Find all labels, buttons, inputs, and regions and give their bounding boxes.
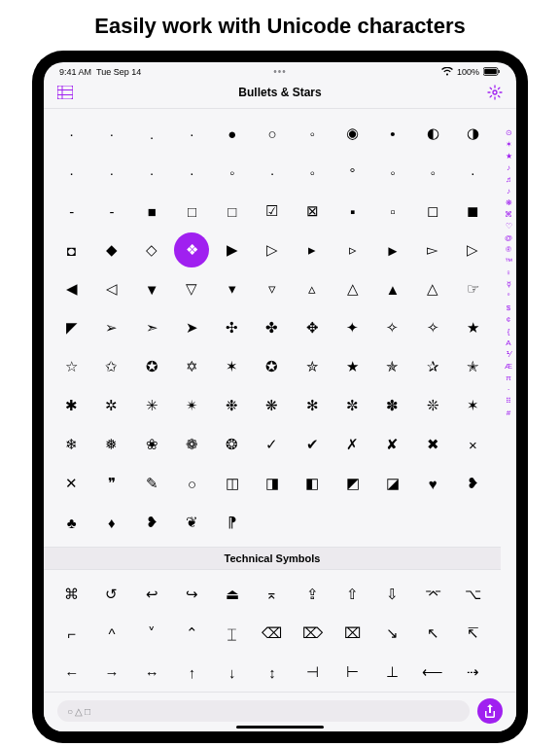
- char-cell[interactable]: ·: [252, 154, 292, 191]
- char-cell[interactable]: ·: [172, 115, 212, 152]
- char-cell[interactable]: ✧: [372, 309, 412, 346]
- char-cell[interactable]: ◦: [293, 154, 332, 191]
- char-cell[interactable]: ⇩: [372, 576, 412, 613]
- index-item[interactable]: ¢: [507, 315, 510, 325]
- char-cell[interactable]: ⇧: [332, 576, 372, 613]
- char-cell[interactable]: ⌅: [252, 576, 292, 613]
- char-cell[interactable]: [252, 504, 292, 541]
- char-cell[interactable]: ⌃: [172, 615, 212, 652]
- char-cell[interactable]: [332, 504, 372, 541]
- char-cell[interactable]: →: [91, 654, 131, 691]
- char-cell[interactable]: ✪: [252, 348, 292, 385]
- index-item[interactable]: ⅟: [507, 350, 511, 360]
- char-cell[interactable]: ✖: [412, 426, 452, 463]
- char-cell[interactable]: ✓: [252, 426, 292, 463]
- char-cell[interactable]: ⌫: [252, 615, 292, 652]
- char-cell[interactable]: ⊥: [372, 654, 412, 691]
- char-cell[interactable]: ▸: [293, 231, 332, 268]
- char-cell[interactable]: ◦: [212, 154, 252, 191]
- index-item[interactable]: ®: [506, 245, 511, 255]
- index-item[interactable]: ♪: [507, 187, 510, 196]
- char-cell[interactable]: ❉: [212, 387, 252, 424]
- char-cell[interactable]: ➢: [91, 309, 131, 346]
- char-cell[interactable]: ★: [332, 348, 372, 385]
- char-cell[interactable]: ✘: [372, 426, 412, 463]
- index-item[interactable]: ☿: [507, 280, 511, 290]
- char-cell[interactable]: ✎: [132, 465, 172, 502]
- char-cell[interactable]: ◆: [91, 231, 131, 268]
- char-cell[interactable]: ▽: [172, 270, 212, 307]
- char-cell[interactable]: ❅: [91, 426, 131, 463]
- char-cell[interactable]: ◫: [212, 465, 252, 502]
- char-cell[interactable]: ◇: [132, 231, 172, 268]
- char-cell[interactable]: ✩: [91, 348, 131, 385]
- char-cell[interactable]: ↕: [252, 654, 292, 691]
- char-cell[interactable]: ◉: [332, 115, 372, 152]
- char-cell[interactable]: ✶: [453, 387, 493, 424]
- char-cell[interactable]: ↩: [132, 576, 172, 613]
- char-cell[interactable]: ⟵: [412, 654, 452, 691]
- index-item[interactable]: A: [506, 338, 510, 348]
- char-cell[interactable]: ✧: [412, 309, 452, 346]
- list-icon[interactable]: [55, 83, 75, 102]
- multitask-indicator[interactable]: •••: [206, 66, 353, 77]
- char-cell[interactable]: [293, 504, 332, 541]
- share-button[interactable]: [477, 698, 503, 724]
- char-cell[interactable]: ♣: [52, 504, 91, 541]
- char-cell[interactable]: ▹: [332, 231, 372, 268]
- char-cell[interactable]: ·: [453, 154, 493, 191]
- char-cell[interactable]: ✽: [372, 387, 412, 424]
- char-cell[interactable]: ◨: [252, 465, 292, 502]
- char-cell[interactable]: ✴: [172, 387, 212, 424]
- char-cell[interactable]: ❋: [252, 387, 292, 424]
- char-cell[interactable]: ➤: [172, 309, 212, 346]
- char-cell[interactable]: ⌶: [212, 615, 252, 652]
- char-cell[interactable]: ^: [91, 615, 131, 652]
- char-cell[interactable]: ▪: [332, 193, 372, 230]
- char-cell[interactable]: -: [91, 193, 131, 230]
- char-cell[interactable]: ✱: [52, 387, 91, 424]
- index-item[interactable]: ⠿: [506, 397, 511, 407]
- index-item[interactable]: ·: [508, 385, 509, 395]
- char-cell[interactable]: ■: [132, 193, 172, 230]
- index-item[interactable]: $: [507, 303, 510, 313]
- char-cell[interactable]: ⁋: [212, 504, 252, 541]
- scroll-area[interactable]: ··.·●○◦◉•◐◑∙···◦·◦°◦◦·--■□□☑⊠▪▫◻◼◘◆◇❖▶▷▸…: [44, 109, 501, 692]
- char-cell[interactable]: ▷: [453, 231, 493, 268]
- char-cell[interactable]: ➣: [132, 309, 172, 346]
- char-cell[interactable]: °: [332, 154, 372, 191]
- char-cell[interactable]: ✰: [412, 348, 452, 385]
- char-cell[interactable]: ✻: [293, 387, 332, 424]
- char-cell[interactable]: ☆: [52, 348, 91, 385]
- char-cell[interactable]: ☞: [453, 270, 493, 307]
- char-cell[interactable]: ◐: [412, 115, 452, 152]
- char-cell[interactable]: ✶: [212, 348, 252, 385]
- char-cell[interactable]: ◦: [372, 154, 412, 191]
- char-cell[interactable]: .: [132, 115, 172, 152]
- char-cell[interactable]: ✮: [293, 348, 332, 385]
- char-cell[interactable]: ↓: [212, 654, 252, 691]
- char-cell[interactable]: ✣: [212, 309, 252, 346]
- char-cell[interactable]: ✡: [172, 348, 212, 385]
- char-cell[interactable]: -: [52, 193, 91, 230]
- char-cell[interactable]: ✯: [372, 348, 412, 385]
- index-item[interactable]: ⊙: [506, 128, 512, 138]
- char-cell[interactable]: ❥: [453, 465, 493, 502]
- char-cell[interactable]: ●: [212, 115, 252, 152]
- char-cell[interactable]: [412, 504, 452, 541]
- char-cell[interactable]: ❂: [212, 426, 252, 463]
- char-cell[interactable]: ◧: [293, 465, 332, 502]
- char-cell[interactable]: ·: [172, 154, 212, 191]
- char-cell[interactable]: ⏏: [212, 576, 252, 613]
- char-cell[interactable]: ✳: [132, 387, 172, 424]
- index-item[interactable]: ✶: [506, 140, 512, 150]
- char-cell[interactable]: ⌘: [52, 576, 91, 613]
- char-cell[interactable]: ▲: [372, 270, 412, 307]
- char-cell[interactable]: ▿: [252, 270, 292, 307]
- char-cell[interactable]: ◁: [91, 270, 131, 307]
- char-cell[interactable]: ▵: [293, 270, 332, 307]
- index-item[interactable]: Æ: [505, 362, 512, 372]
- char-cell[interactable]: ⊢: [332, 654, 372, 691]
- index-item[interactable]: π: [506, 374, 511, 383]
- char-cell[interactable]: ○: [252, 115, 292, 152]
